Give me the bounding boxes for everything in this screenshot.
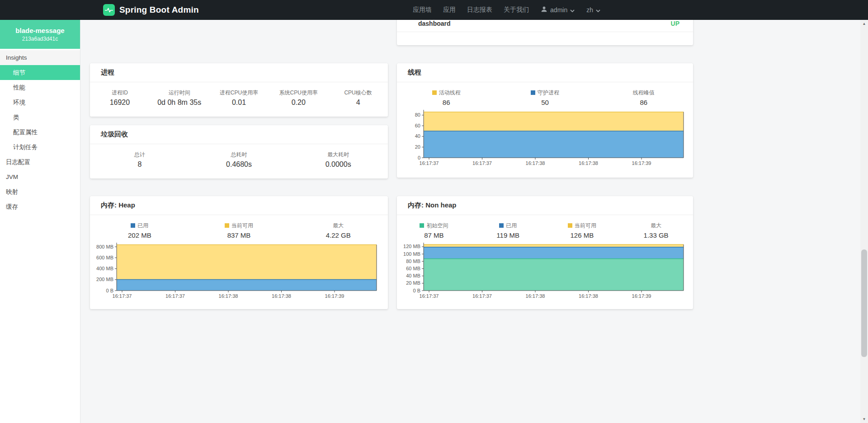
svg-text:16:17:37: 16:17:37: [472, 160, 492, 166]
stat: 系统CPU使用率0.20: [269, 89, 328, 107]
stat-value: 8: [90, 160, 189, 169]
card-title: 进程: [101, 68, 114, 77]
legend-item: 当前可用837 MB: [189, 222, 289, 240]
nav-link-3[interactable]: 关于我们: [504, 6, 529, 14]
stat-label: 总计: [90, 151, 189, 158]
svg-text:16:17:38: 16:17:38: [526, 160, 545, 166]
legend-value: 50: [495, 99, 594, 107]
memory-nonheap-card: 内存: Non heap 初始空间87 MB已用119 MB当前可用126 MB…: [397, 196, 693, 309]
sidebar-item-4[interactable]: 类: [0, 110, 80, 125]
legend-value: 4.22 GB: [288, 231, 388, 240]
stat-value: 0d 0h 8m 35s: [150, 99, 209, 107]
sidebar-item-10[interactable]: 缓存: [0, 199, 80, 214]
threads-chart: 80604020016:17:3716:17:3716:17:3816:17:3…: [400, 110, 685, 167]
svg-text:200 MB: 200 MB: [96, 277, 113, 282]
svg-text:16:17:37: 16:17:37: [420, 293, 439, 299]
stat-label: CPU核心数: [328, 89, 388, 96]
legend-label: 当前可用: [545, 222, 619, 229]
svg-text:16:17:37: 16:17:37: [165, 293, 185, 299]
navbar: Spring Boot Admin 应用墙应用日志报表关于我们 admin zh: [0, 0, 868, 20]
memory-nonheap-chart: 120 MB100 MB80 MB60 MB40 MB20 MB0 B16:17…: [400, 243, 685, 300]
sidebar-item-9[interactable]: 映射: [0, 184, 80, 199]
brand[interactable]: Spring Boot Admin: [103, 4, 199, 16]
instance-header[interactable]: blade-message 213a6ad3d41c: [0, 20, 80, 49]
legend-item: 初始空间87 MB: [397, 222, 471, 240]
sidebar-item-8[interactable]: JVM: [0, 169, 80, 184]
chevron-down-icon: [570, 6, 575, 14]
svg-text:16:17:37: 16:17:37: [420, 160, 439, 166]
svg-text:800 MB: 800 MB: [96, 244, 113, 249]
svg-text:20 MB: 20 MB: [406, 280, 420, 286]
legend-item: 最大1.33 GB: [619, 222, 693, 240]
stat: 总计8: [90, 151, 189, 169]
legend-value: 837 MB: [189, 231, 289, 240]
legend-swatch: [568, 223, 572, 228]
legend-swatch: [499, 223, 504, 228]
card-header: 内存: Heap: [90, 196, 388, 215]
sidebar-item-0[interactable]: Insights: [0, 50, 80, 65]
navbar-inner: Spring Boot Admin 应用墙应用日志报表关于我们 admin zh: [103, 0, 600, 20]
legend-value: 126 MB: [545, 231, 619, 240]
memory-heap-chart: 800 MB600 MB400 MB200 MB0 B16:17:3716:17…: [93, 243, 378, 300]
stat-label: 系统CPU使用率: [269, 89, 328, 96]
legend-swatch: [432, 90, 437, 95]
svg-text:40: 40: [415, 133, 420, 139]
language-menu[interactable]: zh: [586, 6, 600, 14]
svg-text:16:17:38: 16:17:38: [219, 293, 238, 299]
legend-label: 当前可用: [189, 222, 289, 229]
garbage-collection-card: 垃圾回收 总计8总耗时0.4680s最大耗时0.0000s: [90, 125, 388, 179]
svg-text:60: 60: [415, 123, 420, 128]
sidebar-menu: Insights细节性能环境类配置属性计划任务日志配置JVM映射缓存: [0, 50, 80, 214]
legend-swatch: [420, 223, 424, 228]
legend-label: 线程峰值: [594, 89, 693, 96]
legend-label: 最大: [619, 222, 693, 229]
svg-text:40 MB: 40 MB: [406, 273, 420, 278]
sidebar-item-6[interactable]: 计划任务: [0, 140, 80, 155]
legend-swatch: [131, 223, 135, 228]
sidebar-item-3[interactable]: 环境: [0, 95, 80, 110]
svg-text:16:17:39: 16:17:39: [325, 293, 344, 299]
svg-text:600 MB: 600 MB: [96, 255, 113, 260]
nav-link-2[interactable]: 日志报表: [467, 6, 492, 14]
stat: 最大耗时0.0000s: [288, 151, 388, 169]
user-label: admin: [550, 6, 567, 14]
application-name: dashboard: [418, 19, 451, 28]
user-menu[interactable]: admin: [541, 6, 575, 14]
card-title: 垃圾回收: [101, 130, 128, 139]
sidebar-item-1[interactable]: 细节: [0, 65, 80, 80]
card-header: 内存: Non heap: [397, 196, 693, 215]
card-title: 内存: Non heap: [408, 201, 457, 210]
svg-text:60 MB: 60 MB: [406, 266, 420, 271]
svg-text:16:17:38: 16:17:38: [579, 293, 598, 299]
scrollbar[interactable]: ▲ ▼: [860, 20, 868, 423]
svg-text:0 B: 0 B: [106, 288, 113, 293]
legend-swatch: [531, 90, 535, 95]
svg-text:0 B: 0 B: [413, 288, 420, 293]
sidebar: blade-message 213a6ad3d41c Insights细节性能环…: [0, 20, 80, 423]
user-icon: [541, 6, 547, 14]
scroll-up-button[interactable]: ▲: [860, 20, 868, 28]
svg-text:16:17:38: 16:17:38: [272, 293, 291, 299]
stat-label: 进程CPU使用率: [209, 89, 269, 96]
language-label: zh: [586, 6, 593, 14]
process-stats: 进程ID16920运行时间0d 0h 8m 35s进程CPU使用率0.01系统C…: [90, 82, 388, 107]
nonheap-legend: 初始空间87 MB已用119 MB当前可用126 MB最大1.33 GB: [397, 215, 693, 240]
sidebar-item-7[interactable]: 日志配置: [0, 155, 80, 169]
scroll-down-button[interactable]: ▼: [860, 415, 868, 423]
legend-label: 初始空间: [397, 222, 471, 229]
svg-text:80 MB: 80 MB: [406, 258, 420, 264]
nav-link-1[interactable]: 应用: [443, 6, 456, 14]
legend-item: 已用202 MB: [90, 222, 189, 240]
chevron-down-icon: [596, 6, 600, 14]
card-title: 线程: [408, 68, 421, 77]
stat: 运行时间0d 0h 8m 35s: [150, 89, 209, 107]
nav-links: 应用墙应用日志报表关于我们: [413, 6, 529, 14]
brand-title: Spring Boot Admin: [119, 5, 199, 15]
scrollbar-thumb[interactable]: [861, 249, 867, 357]
sidebar-item-2[interactable]: 性能: [0, 80, 80, 95]
svg-text:0: 0: [418, 155, 420, 160]
gc-stats: 总计8总耗时0.4680s最大耗时0.0000s: [90, 144, 388, 169]
sidebar-item-5[interactable]: 配置属性: [0, 125, 80, 140]
nav-link-0[interactable]: 应用墙: [413, 6, 432, 14]
stat: 总耗时0.4680s: [189, 151, 289, 169]
